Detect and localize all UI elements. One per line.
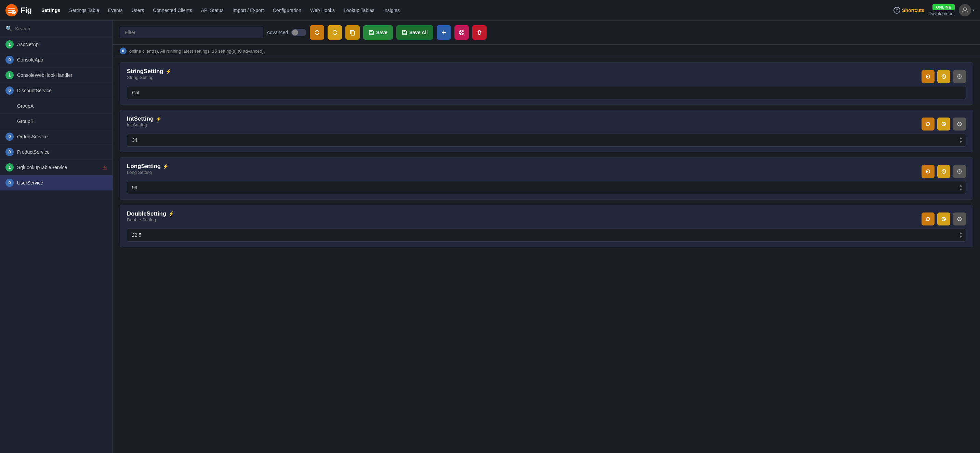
user-avatar[interactable]: ▾ (959, 4, 975, 16)
setting-reset-button[interactable] (921, 117, 934, 130)
pink-action-button[interactable] (455, 25, 469, 40)
spin-down-icon[interactable]: ▼ (959, 235, 963, 239)
settings-list: StringSetting⚡ String Setting (113, 57, 980, 453)
nav-items: Settings Settings Table Events Users Con… (37, 5, 892, 15)
nav-item-settings-table[interactable]: Settings Table (65, 5, 103, 15)
setting-history-button[interactable] (937, 165, 950, 178)
sidebar-item-consoleapp[interactable]: 0 ConsoleApp (0, 52, 113, 68)
spin-down-icon[interactable]: ▼ (959, 188, 963, 191)
setting-more-button[interactable] (953, 70, 966, 83)
status-bar: 0 online client(s). All running latest s… (113, 45, 980, 57)
sidebar-item-label: GroupB (17, 119, 107, 124)
main-layout: 🔍 1 AspNetApi 0 ConsoleApp 1 ConsoleWebH… (0, 21, 980, 453)
badge: 0 (5, 86, 14, 95)
setting-reset-button[interactable] (921, 70, 934, 83)
lightning-icon: ⚡ (168, 211, 174, 217)
logo-text: Fig (21, 6, 32, 15)
advanced-label: Advanced (267, 30, 288, 35)
setting-reset-button[interactable] (921, 165, 934, 178)
nav-item-import-export[interactable]: Import / Export (228, 5, 268, 15)
lightning-icon: ⚡ (156, 116, 161, 122)
setting-actions (921, 212, 966, 225)
env-label: Development (928, 11, 955, 16)
content-area: Advanced Save Save All (113, 21, 980, 453)
setting-description: String Setting (127, 75, 171, 80)
setting-value-input[interactable] (127, 228, 966, 242)
nav-item-settings[interactable]: Settings (37, 5, 64, 15)
sidebar-item-userservice[interactable]: 0 UserService (0, 175, 113, 191)
filter-input[interactable] (120, 27, 263, 38)
setting-name: StringSetting⚡ (127, 68, 171, 75)
collapse-button[interactable] (310, 25, 324, 40)
setting-value-input[interactable] (127, 86, 966, 99)
add-button[interactable] (437, 25, 451, 40)
sidebar-list: 1 AspNetApi 0 ConsoleApp 1 ConsoleWebHoo… (0, 37, 113, 453)
spin-up-icon[interactable]: ▲ (959, 231, 963, 235)
nav-item-insights[interactable]: Insights (379, 5, 404, 15)
sidebar-item-aspnetapi[interactable]: 1 AspNetApi (0, 37, 113, 52)
spin-up-icon[interactable]: ▲ (959, 136, 963, 140)
sidebar-item-label: ConsoleApp (17, 57, 107, 63)
shortcuts-icon: ? (894, 7, 900, 14)
user-chevron-icon: ▾ (972, 8, 975, 13)
setting-card-header: StringSetting⚡ String Setting (127, 68, 966, 85)
svg-rect-12 (403, 33, 406, 34)
setting-actions (921, 117, 966, 130)
setting-spin-container: ▲ ▼ (127, 181, 966, 194)
save-button[interactable]: Save (363, 25, 393, 40)
setting-reset-button[interactable] (921, 212, 934, 225)
advanced-toggle[interactable] (291, 29, 306, 36)
nav-item-lookup-tables[interactable]: Lookup Tables (340, 5, 379, 15)
setting-card-header: LongSetting⚡ Long Setting (127, 163, 966, 180)
sidebar-item-ordersservice[interactable]: 0 OrdersService (0, 129, 113, 144)
sidebar-item-groupb[interactable]: GroupB (0, 114, 113, 129)
search-icon: 🔍 (5, 25, 12, 32)
sidebar-item-label: ProductService (17, 149, 107, 155)
setting-value-input[interactable] (127, 181, 966, 194)
setting-actions (921, 70, 966, 83)
setting-description: Int Setting (127, 122, 161, 127)
sidebar-item-label: SqlLookupTableService (17, 165, 99, 170)
setting-card-stringsetting: StringSetting⚡ String Setting (120, 62, 973, 105)
setting-name: IntSetting⚡ (127, 116, 161, 122)
setting-card-header: DoubleSetting⚡ Double Setting (127, 211, 966, 227)
sidebar-item-label: ConsoleWebHookHandler (17, 73, 107, 78)
expand-button[interactable] (328, 25, 342, 40)
setting-more-button[interactable] (953, 165, 966, 178)
setting-value-input[interactable] (127, 133, 966, 147)
shortcuts-button[interactable]: ? Shortcuts (894, 7, 924, 14)
badge: 0 (5, 56, 14, 64)
setting-more-button[interactable] (953, 212, 966, 225)
spin-up-icon[interactable]: ▲ (959, 184, 963, 187)
sidebar-item-label: DiscountService (17, 88, 107, 93)
lightning-icon: ⚡ (165, 69, 171, 74)
sidebar-item-sqllookuptableservice[interactable]: 1 SqlLookupTableService ⚠ (0, 160, 113, 175)
setting-more-button[interactable] (953, 117, 966, 130)
setting-history-button[interactable] (937, 70, 950, 83)
spin-down-icon[interactable]: ▼ (959, 140, 963, 144)
nav-item-webhooks[interactable]: Web Hooks (306, 5, 339, 15)
nav-item-events[interactable]: Events (104, 5, 127, 15)
setting-history-button[interactable] (937, 212, 950, 225)
svg-rect-8 (351, 31, 355, 35)
delete-button[interactable] (472, 25, 487, 40)
lightning-icon: ⚡ (163, 164, 169, 169)
save-all-button[interactable]: Save All (396, 25, 433, 40)
setting-history-button[interactable] (937, 117, 950, 130)
setting-name: LongSetting⚡ (127, 163, 169, 170)
setting-spin-container: ▲ ▼ (127, 133, 966, 147)
nav-item-api-status[interactable]: API Status (197, 5, 228, 15)
sidebar-item-groupa[interactable]: GroupA (0, 98, 113, 114)
sidebar-item-consolewebhookhandler[interactable]: 1 ConsoleWebHookHandler (0, 68, 113, 83)
sidebar: 🔍 1 AspNetApi 0 ConsoleApp 1 ConsoleWebH… (0, 21, 113, 453)
badge: 1 (5, 163, 14, 171)
search-input[interactable] (15, 26, 107, 32)
sidebar-item-productservice[interactable]: 0 ProductService (0, 144, 113, 160)
nav-item-connected-clients[interactable]: Connected Clients (149, 5, 196, 15)
sidebar-item-discountservice[interactable]: 0 DiscountService (0, 83, 113, 98)
avatar-circle (959, 4, 971, 16)
nav-item-configuration[interactable]: Configuration (269, 5, 305, 15)
nav-item-users[interactable]: Users (127, 5, 148, 15)
badge (5, 117, 14, 125)
copy-button[interactable] (345, 25, 360, 40)
